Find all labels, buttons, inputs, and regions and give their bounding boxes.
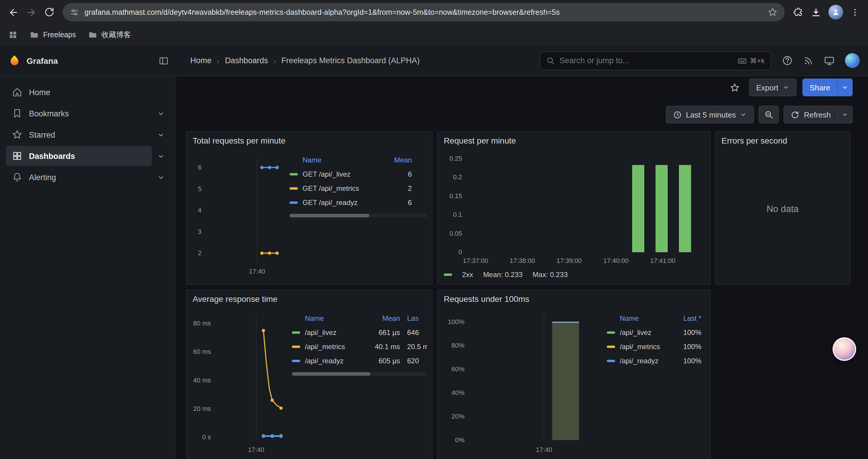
rss-icon[interactable] — [803, 55, 814, 66]
refresh-button[interactable]: Refresh — [784, 106, 838, 124]
bookmark-folder-freeleaps[interactable]: Freeleaps — [30, 30, 76, 40]
legend-row[interactable]: GET /api/_metrics2 — [289, 182, 427, 196]
series-color-dash — [289, 173, 298, 175]
sidebar-row: Starred — [6, 125, 169, 145]
forward-arrow-icon — [26, 7, 37, 18]
sidebar-item-home[interactable]: Home — [6, 82, 169, 102]
panel-title[interactable]: Request per minute — [438, 132, 710, 148]
legend-row[interactable]: /api/_metrics100% — [607, 340, 705, 354]
sidebar-row: Bookmarks — [6, 103, 169, 124]
share-button[interactable]: Share — [803, 78, 837, 96]
sidebar-collapse-icon[interactable] — [158, 55, 169, 66]
legend-scrollbar[interactable] — [289, 214, 427, 218]
forward-button[interactable] — [23, 3, 40, 21]
series-name[interactable]: /api/_readyz — [305, 357, 363, 365]
sidebar-item-bookmarks[interactable]: Bookmarks — [6, 103, 152, 124]
sidebar-item-starred[interactable]: Starred — [6, 125, 152, 145]
site-info-icon[interactable] — [70, 7, 79, 17]
chevron-down-icon[interactable] — [152, 168, 169, 186]
requests-per-minute-chart[interactable]: 0.250.20.150.10.05017:37:0017:38:0017:39… — [442, 148, 706, 266]
browser-menu-icon[interactable] — [850, 7, 860, 17]
downloads-icon[interactable] — [811, 7, 821, 18]
requests-under-100ms-chart[interactable]: 100%80%60%40%20%0%17:40 — [442, 306, 607, 455]
monitor-icon[interactable] — [824, 55, 835, 66]
series-value: 646 — [400, 328, 427, 337]
series-name[interactable]: /api/_readyz — [620, 357, 668, 365]
legend-row[interactable]: /api/_metrics40.1 ms20.5 m — [292, 340, 427, 354]
breadcrumb-item[interactable]: Home — [190, 56, 212, 65]
svg-text:0.05: 0.05 — [450, 230, 462, 237]
chevron-down-icon[interactable] — [152, 147, 169, 165]
sidebar-item-dashboards[interactable]: Dashboards — [6, 146, 152, 166]
svg-text:80%: 80% — [452, 342, 464, 349]
apps-grid-icon[interactable] — [8, 30, 18, 40]
svg-text:2: 2 — [198, 249, 202, 257]
panel-title[interactable]: Average response time — [187, 290, 432, 306]
share-button-group: Share — [803, 78, 852, 96]
reload-button[interactable] — [40, 3, 58, 21]
browser-toolbar: grafana.mathmast.com/d/deytv4rwavabkb/fr… — [0, 0, 868, 24]
legend-column[interactable]: Mean — [363, 314, 400, 323]
legend-column-name[interactable]: Name — [620, 314, 668, 323]
series-color-dash — [289, 188, 298, 190]
legend-row[interactable]: GET /api/_readyz6 — [289, 196, 427, 210]
export-button[interactable]: Export — [749, 78, 797, 96]
svg-text:5: 5 — [198, 185, 202, 193]
series-name[interactable]: 2xx — [462, 270, 473, 279]
legend-row[interactable]: GET /api/_livez6 — [289, 167, 427, 182]
bookmarks-bar: Freeleaps 收藏博客 — [0, 24, 868, 45]
user-avatar[interactable] — [845, 53, 860, 68]
favorite-star-button[interactable] — [726, 79, 743, 96]
series-color-dash — [444, 274, 452, 276]
share-dropdown[interactable] — [837, 78, 852, 96]
series-name[interactable]: GET /api/_readyz — [303, 198, 388, 207]
refresh-interval-dropdown[interactable] — [838, 106, 852, 124]
time-range-picker[interactable]: Last 5 minutes — [666, 106, 754, 124]
bookmark-star-icon[interactable] — [768, 7, 778, 17]
average-response-time-chart[interactable]: 80 ms60 ms40 ms20 ms0 s17:40 — [191, 306, 292, 455]
legend-column-name[interactable]: Name — [305, 314, 363, 323]
sidebar-item-alerting[interactable]: Alerting — [6, 167, 152, 187]
legend-header: NameMean — [289, 153, 427, 167]
scrollbar-thumb[interactable] — [292, 372, 370, 376]
series-name[interactable]: /api/_metrics — [620, 342, 668, 351]
series-name[interactable]: GET /api/_livez — [303, 170, 388, 178]
star-icon — [730, 83, 740, 93]
legend-row[interactable]: /api/_livez661 µs646 — [292, 326, 427, 340]
chevron-down-icon[interactable] — [152, 126, 169, 143]
search-input[interactable]: Search or jump to... ⌘+k — [539, 51, 771, 70]
extensions-icon[interactable] — [793, 7, 804, 18]
scrollbar-thumb[interactable] — [289, 214, 369, 218]
keyboard-icon — [737, 56, 747, 65]
series-name[interactable]: GET /api/_metrics — [303, 184, 388, 193]
panel-title[interactable]: Total requests per minute — [187, 132, 432, 148]
panel-legend: NameMeanGET /api/_livez6GET /api/_metric… — [289, 148, 427, 210]
assistant-avatar-overlay[interactable] — [833, 337, 856, 361]
legend-row[interactable]: /api/_readyz605 µs620 — [292, 354, 427, 368]
legend-row[interactable]: /api/_readyz100% — [607, 354, 705, 368]
legend-column-name[interactable]: Name — [303, 156, 388, 164]
panel-title[interactable]: Errors per second — [716, 132, 850, 148]
breadcrumb-item[interactable]: Dashboards — [225, 56, 268, 65]
header-icons — [782, 53, 860, 68]
url-text[interactable]: grafana.mathmast.com/d/deytv4rwavabkb/fr… — [85, 8, 762, 16]
legend-row[interactable]: /api/_livez100% — [607, 326, 705, 340]
legend-column[interactable]: Last * — [668, 314, 705, 323]
zoom-out-button[interactable] — [759, 106, 779, 124]
chevron-down-icon[interactable] — [152, 104, 169, 122]
grafana-logo[interactable] — [8, 54, 21, 67]
bookmark-folder-blogs[interactable]: 收藏博客 — [88, 30, 131, 40]
help-icon[interactable] — [782, 55, 793, 66]
chevron-down-icon — [783, 84, 790, 91]
total-requests-chart[interactable]: 6543217:40 — [191, 148, 289, 277]
legend-column[interactable]: Mean — [388, 156, 427, 164]
legend-column[interactable]: Las — [400, 314, 427, 323]
profile-avatar[interactable] — [829, 5, 843, 20]
legend-scrollbar[interactable] — [292, 372, 427, 376]
series-name[interactable]: /api/_livez — [305, 328, 363, 337]
back-button[interactable] — [5, 3, 23, 21]
series-name[interactable]: /api/_livez — [620, 328, 668, 337]
url-bar[interactable]: grafana.mathmast.com/d/deytv4rwavabkb/fr… — [63, 3, 785, 21]
panel-title[interactable]: Requests under 100ms — [438, 290, 710, 306]
series-name[interactable]: /api/_metrics — [305, 342, 363, 351]
